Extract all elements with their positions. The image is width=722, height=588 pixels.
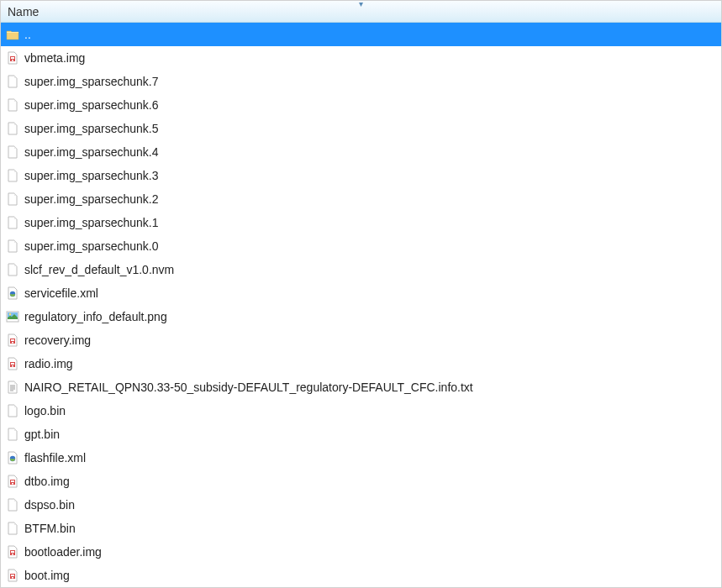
file-row[interactable]: dtbo.img	[1, 470, 721, 493]
column-header-name: Name	[8, 5, 39, 18]
file-name: NAIRO_RETAIL_QPN30.33-50_subsidy-DEFAULT…	[24, 381, 473, 394]
file-row[interactable]: super.img_sparsechunk.7	[1, 70, 721, 93]
file-name: super.img_sparsechunk.3	[24, 169, 159, 182]
xml-file-icon	[6, 286, 19, 300]
disk-image-icon	[6, 333, 19, 347]
file-name: boot.img	[24, 569, 70, 582]
blank-file-icon	[6, 263, 19, 276]
sort-indicator-icon: ▾	[359, 0, 363, 8]
file-row[interactable]: super.img_sparsechunk.0	[1, 234, 721, 258]
file-name: flashfile.xml	[24, 451, 86, 465]
file-row[interactable]: gpt.bin	[1, 423, 721, 446]
blank-file-icon	[6, 98, 19, 112]
file-row[interactable]: super.img_sparsechunk.2	[1, 187, 721, 211]
file-name: slcf_rev_d_default_v1.0.nvm	[24, 263, 174, 276]
file-row[interactable]: NAIRO_RETAIL_QPN30.33-50_subsidy-DEFAULT…	[1, 375, 721, 399]
file-name: super.img_sparsechunk.1	[24, 216, 159, 229]
disk-image-icon	[6, 475, 19, 488]
disk-image-icon	[6, 51, 19, 65]
file-name: dtbo.img	[24, 475, 70, 488]
file-row[interactable]: recovery.img	[1, 328, 721, 352]
file-row[interactable]: boot.img	[1, 564, 721, 587]
blank-file-icon	[6, 239, 19, 253]
file-name: super.img_sparsechunk.0	[24, 239, 159, 253]
blank-file-icon	[6, 122, 19, 135]
file-row[interactable]: radio.img	[1, 352, 721, 375]
blank-file-icon	[6, 75, 19, 88]
file-name: radio.img	[24, 357, 73, 370]
file-row[interactable]: ..	[1, 23, 721, 46]
file-list: ..vbmeta.imgsuper.img_sparsechunk.7super…	[1, 23, 721, 587]
file-row[interactable]: super.img_sparsechunk.6	[1, 93, 721, 117]
file-name: recovery.img	[24, 333, 91, 347]
disk-image-icon	[6, 545, 19, 559]
blank-file-icon	[6, 169, 19, 182]
file-name: bootloader.img	[24, 545, 102, 559]
file-name: dspso.bin	[24, 498, 75, 512]
file-row[interactable]: slcf_rev_d_default_v1.0.nvm	[1, 258, 721, 281]
file-name: ..	[24, 28, 31, 41]
file-name: BTFM.bin	[24, 522, 76, 535]
disk-image-icon	[6, 357, 19, 370]
file-row[interactable]: super.img_sparsechunk.5	[1, 117, 721, 140]
text-file-icon	[6, 381, 19, 394]
blank-file-icon	[6, 498, 19, 512]
blank-file-icon	[6, 145, 19, 159]
file-row[interactable]: servicefile.xml	[1, 281, 721, 305]
file-row[interactable]: BTFM.bin	[1, 517, 721, 540]
file-row[interactable]: regulatory_info_default.png	[1, 305, 721, 328]
file-name: super.img_sparsechunk.2	[24, 192, 159, 206]
blank-file-icon	[6, 428, 19, 441]
image-file-icon	[6, 310, 19, 323]
file-name: vbmeta.img	[24, 51, 85, 65]
blank-file-icon	[6, 404, 19, 417]
file-row[interactable]: bootloader.img	[1, 540, 721, 564]
blank-file-icon	[6, 192, 19, 206]
file-row[interactable]: dspso.bin	[1, 493, 721, 517]
column-header[interactable]: ▾ Name	[1, 1, 721, 23]
file-row[interactable]: super.img_sparsechunk.4	[1, 140, 721, 164]
file-row[interactable]: flashfile.xml	[1, 446, 721, 470]
disk-image-icon	[6, 569, 19, 582]
file-row[interactable]: super.img_sparsechunk.3	[1, 164, 721, 187]
file-name: servicefile.xml	[24, 286, 98, 300]
file-row[interactable]: vbmeta.img	[1, 46, 721, 70]
file-name: regulatory_info_default.png	[24, 310, 167, 323]
file-row[interactable]: super.img_sparsechunk.1	[1, 211, 721, 234]
file-name: super.img_sparsechunk.6	[24, 98, 159, 112]
blank-file-icon	[6, 216, 19, 229]
xml-file-icon	[6, 451, 19, 465]
file-row[interactable]: logo.bin	[1, 399, 721, 423]
file-name: logo.bin	[24, 404, 66, 417]
file-name: super.img_sparsechunk.4	[24, 145, 159, 159]
blank-file-icon	[6, 522, 19, 535]
file-name: super.img_sparsechunk.7	[24, 75, 159, 88]
folder-up-icon	[6, 28, 19, 41]
file-name: super.img_sparsechunk.5	[24, 122, 159, 135]
file-name: gpt.bin	[24, 428, 60, 441]
